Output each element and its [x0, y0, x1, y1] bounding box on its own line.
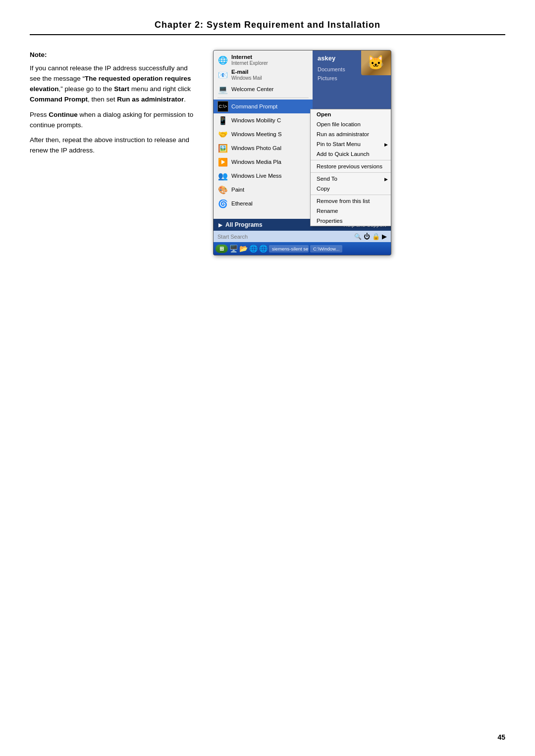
ctx-divider-1	[311, 160, 391, 160]
welcome-center-label: Welcome Center	[231, 86, 309, 92]
page-number: 45	[497, 733, 505, 741]
windows-logo-icon: ⊞	[219, 246, 224, 252]
media-icon: ▶️	[217, 156, 228, 167]
ctx-divider-2	[311, 172, 391, 173]
search-icon: 🔍	[354, 233, 362, 240]
note-paragraph3: After then, repeat the above instruction…	[30, 135, 198, 156]
start-search-input[interactable]	[217, 234, 352, 240]
menu-item-welcome-center[interactable]: 💻 Welcome Center	[214, 82, 313, 96]
ctx-properties[interactable]: Properties	[311, 216, 391, 226]
ctx-rename[interactable]: Rename	[311, 206, 391, 216]
menu-item-email[interactable]: 📧 E-mailWindows Mail	[214, 67, 313, 82]
internet-explorer-icon: 🌐	[217, 54, 228, 65]
left-panel: 🌐 InternetInternet Explorer 📧 E-mailWind…	[214, 50, 313, 219]
ethereal-icon: 🌀	[217, 198, 228, 209]
content-area: Note: If you cannot release the IP addre…	[30, 50, 505, 255]
context-menu: Open Open file location Run as administr…	[310, 109, 391, 226]
welcome-center-icon: 💻	[217, 84, 228, 95]
menu-divider-1	[217, 98, 309, 98]
windows-start-menu-screenshot: 🌐 InternetInternet Explorer 📧 E-mailWind…	[213, 50, 391, 255]
search-bar: 🔍 ⏻ 🔒 ▶	[214, 231, 391, 242]
taskbar-btn-cmd-label: C:\Window...	[313, 246, 339, 252]
all-programs-label: All Programs	[225, 221, 263, 228]
taskbar-icon-3[interactable]: 🌐	[249, 245, 258, 252]
menu-item-paint[interactable]: 🎨 Paint	[214, 183, 313, 197]
lock-icon[interactable]: 🔒	[372, 233, 380, 240]
windows-media-label: Windows Media Pla	[231, 159, 309, 165]
menu-item-mobility[interactable]: 📱 Windows Mobility C	[214, 113, 313, 127]
power-icon[interactable]: ⏻	[364, 233, 370, 240]
menu-item-internet[interactable]: 🌐 InternetInternet Explorer	[214, 52, 313, 67]
text-column: Note: If you cannot release the IP addre…	[30, 50, 198, 161]
taskbar-icon-1[interactable]: 🖥️	[229, 245, 238, 252]
photo-icon: 🖼️	[217, 143, 228, 153]
taskbar-btn-cmd[interactable]: C:\Window...	[310, 245, 342, 252]
menu-item-ethereal[interactable]: 🌀 Ethereal	[214, 197, 313, 210]
ctx-add-quick-launch[interactable]: Add to Quick Launch	[311, 149, 391, 159]
email-icon: 📧	[217, 69, 228, 80]
menu-item-command-prompt[interactable]: C:\> Command Prompt	[214, 100, 313, 113]
ctx-remove-list[interactable]: Remove from this list	[311, 196, 391, 206]
start-button[interactable]: ⊞	[215, 245, 228, 253]
ctx-pin-start-menu[interactable]: Pin to Start Menu	[311, 139, 391, 149]
menu-item-live-messenger[interactable]: 👥 Windows Live Mess	[214, 169, 313, 183]
page-container: Chapter 2: System Requirement and Instal…	[0, 0, 535, 756]
taskbar-icon-4[interactable]: 🌐	[259, 245, 268, 252]
ctx-open-file-location[interactable]: Open file location	[311, 119, 391, 129]
command-prompt-label: Command Prompt	[231, 103, 309, 109]
note-label: Note:	[30, 50, 198, 60]
taskbar: ⊞ 🖥️ 📂 🌐 🌐 siemens-silent setu... C:\Win…	[214, 242, 391, 255]
note-paragraph2: Press Continue when a dialog asking for …	[30, 110, 198, 131]
screenshot-column: 🌐 InternetInternet Explorer 📧 E-mailWind…	[213, 50, 505, 255]
ctx-restore-versions[interactable]: Restore previous versions	[311, 161, 391, 171]
taskbar-btn-siemens[interactable]: siemens-silent setu...	[269, 245, 309, 252]
messenger-icon: 👥	[217, 170, 228, 181]
taskbar-icon-2[interactable]: 📂	[239, 245, 248, 252]
ctx-open[interactable]: Open	[311, 109, 391, 119]
menu-item-photo[interactable]: 🖼️ Windows Photo Gal	[214, 141, 313, 155]
note-paragraph1: If you cannot release the IP address suc…	[30, 63, 198, 105]
ctx-send-to[interactable]: Send To	[311, 174, 391, 184]
chapter-title: Chapter 2: System Requirement and Instal…	[30, 20, 505, 35]
ctx-divider-3	[311, 195, 391, 195]
paint-icon: 🎨	[217, 184, 228, 195]
mobility-icon: 📱	[217, 115, 228, 126]
menu-item-meeting[interactable]: 🤝 Windows Meeting S	[214, 127, 313, 141]
taskbar-btn-siemens-label: siemens-silent setu...	[272, 246, 309, 252]
command-prompt-icon: C:\>	[217, 101, 228, 112]
arrow-icon[interactable]: ▶	[382, 233, 387, 240]
meeting-icon: 🤝	[217, 129, 228, 140]
ethereal-label: Ethereal	[231, 201, 309, 206]
ctx-copy[interactable]: Copy	[311, 184, 391, 194]
cat-photo	[361, 50, 391, 75]
ctx-run-as-admin[interactable]: Run as administrator	[311, 129, 391, 139]
menu-item-media[interactable]: ▶️ Windows Media Pla	[214, 155, 313, 169]
